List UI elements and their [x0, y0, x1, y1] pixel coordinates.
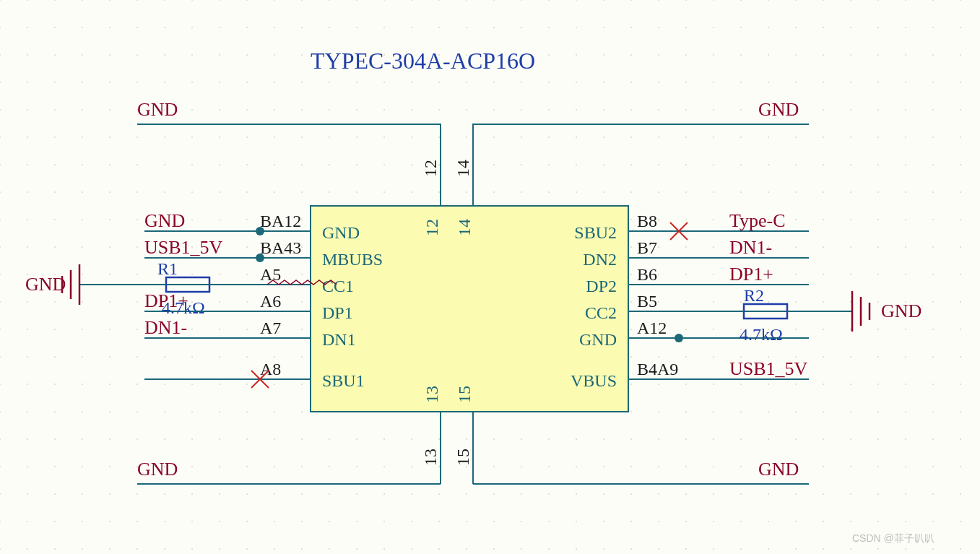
svg-point-231 [301, 0, 303, 1]
svg-point-427 [548, 191, 550, 193]
schematic-canvas: TYPEC-304A-ACP16OBA12GNDBA43MBUBSA5CC1A6… [0, 0, 980, 554]
svg-point-85 [109, 27, 110, 28]
svg-point-150 [191, 82, 193, 83]
svg-point-268 [329, 438, 330, 440]
svg-point-418 [521, 521, 522, 522]
svg-point-96 [109, 329, 110, 330]
svg-point-650 [823, 548, 824, 550]
svg-point-210 [274, 0, 275, 1]
svg-point-468 [603, 164, 604, 165]
svg-point-279 [356, 164, 357, 165]
svg-point-80 [82, 466, 83, 467]
svg-point-395 [493, 466, 495, 467]
svg-point-28 [27, 191, 28, 193]
svg-point-535 [685, 274, 687, 275]
svg-point-652 [850, 27, 851, 28]
svg-point-90 [109, 164, 110, 165]
svg-point-58 [54, 438, 56, 440]
svg-point-234 [301, 82, 303, 83]
svg-point-312 [383, 493, 385, 495]
svg-point-111 [136, 164, 138, 165]
svg-point-747 [960, 329, 961, 330]
svg-point-667 [850, 438, 851, 440]
svg-point-159 [191, 329, 193, 330]
svg-point-479 [603, 466, 604, 467]
svg-point-523 [658, 521, 659, 522]
svg-point-584 [740, 466, 742, 467]
svg-point-555 [713, 246, 714, 248]
svg-point-361 [466, 109, 467, 111]
svg-point-632 [823, 54, 824, 56]
svg-point-68 [82, 137, 83, 138]
svg-point-67 [82, 109, 83, 111]
svg-point-12 [0, 329, 1, 330]
svg-point-62 [54, 548, 56, 550]
net-label: USB1_5V [144, 237, 223, 258]
svg-point-591 [768, 82, 769, 83]
svg-point-99 [109, 411, 110, 412]
svg-point-298 [383, 109, 385, 111]
svg-point-699 [905, 164, 906, 165]
svg-point-502 [630, 521, 632, 522]
svg-point-642 [823, 329, 824, 330]
svg-point-375 [466, 493, 467, 495]
svg-point-187 [219, 521, 220, 522]
svg-point-105 [136, 0, 138, 1]
svg-point-614 [795, 137, 797, 138]
svg-point-730 [932, 438, 934, 440]
svg-point-520 [658, 438, 659, 440]
svg-point-103 [109, 521, 110, 522]
svg-point-91 [109, 191, 110, 193]
svg-point-223 [274, 356, 275, 358]
svg-point-556 [713, 274, 714, 275]
svg-point-751 [960, 438, 961, 440]
svg-point-226 [274, 438, 275, 440]
svg-point-337 [438, 27, 440, 28]
svg-point-334 [411, 521, 412, 522]
svg-point-142 [164, 438, 165, 440]
svg-point-608 [768, 548, 769, 550]
svg-point-217 [274, 191, 275, 193]
svg-point-321 [411, 164, 412, 165]
svg-point-485 [630, 54, 632, 56]
svg-point-628 [795, 521, 797, 522]
svg-point-269 [329, 466, 330, 467]
svg-point-197 [246, 219, 248, 220]
svg-point-660 [850, 246, 851, 248]
svg-point-5 [0, 137, 1, 138]
svg-point-493 [630, 274, 632, 275]
svg-point-629 [795, 548, 797, 550]
svg-point-73 [82, 274, 83, 275]
svg-point-525 [685, 0, 687, 1]
svg-point-622 [795, 356, 797, 358]
svg-point-216 [274, 164, 275, 165]
svg-point-6 [0, 164, 1, 165]
svg-point-377 [466, 548, 467, 550]
svg-point-500 [630, 466, 632, 467]
svg-point-649 [823, 521, 824, 522]
svg-point-563 [713, 466, 714, 467]
svg-point-548 [713, 54, 714, 56]
svg-point-623 [795, 384, 797, 385]
svg-point-678 [877, 164, 879, 165]
svg-point-512 [658, 219, 659, 220]
svg-point-697 [905, 109, 906, 111]
svg-point-20 [0, 548, 1, 550]
svg-point-532 [685, 191, 687, 193]
svg-point-586 [740, 521, 742, 522]
svg-point-248 [301, 466, 303, 467]
svg-point-740 [960, 137, 961, 138]
svg-point-691 [877, 521, 879, 522]
svg-point-117 [136, 329, 138, 330]
svg-point-738 [960, 82, 961, 83]
svg-point-72 [82, 246, 83, 248]
svg-point-713 [905, 548, 906, 550]
svg-point-181 [219, 356, 220, 358]
pin-name: GND [579, 330, 617, 349]
pin-number: 15 [454, 449, 472, 466]
svg-point-0 [0, 0, 1, 1]
svg-point-83 [82, 548, 83, 550]
svg-point-441 [576, 0, 577, 1]
svg-point-701 [905, 219, 906, 220]
svg-point-692 [877, 548, 879, 550]
